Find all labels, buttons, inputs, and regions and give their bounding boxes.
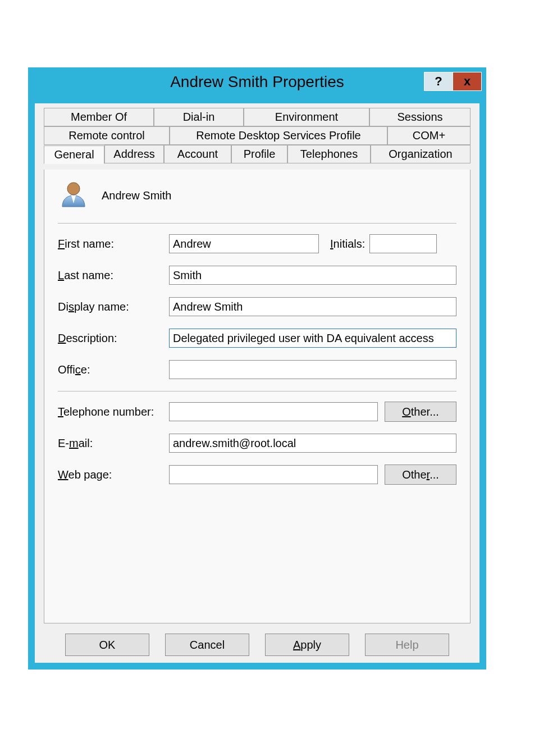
tab-telephones[interactable]: Telephones xyxy=(287,145,371,163)
contact-form: Telephone number: Other... E-mail: Web xyxy=(44,402,470,485)
svg-point-0 xyxy=(67,183,80,195)
tab-row-3: General Address Account Profile Telephon… xyxy=(44,145,471,163)
telephone-other-button[interactable]: Other... xyxy=(385,402,456,422)
label-telephone: Telephone number: xyxy=(58,406,169,418)
user-header: Andrew Smith xyxy=(44,170,470,223)
user-icon xyxy=(58,179,89,213)
tab-address[interactable]: Address xyxy=(104,145,164,163)
tab-panel-general: Andrew Smith First name: Initials: xyxy=(44,170,471,623)
tab-member-of[interactable]: Member Of xyxy=(44,108,154,126)
divider-1 xyxy=(58,223,456,224)
help-dialog-button[interactable]: Help xyxy=(365,634,449,656)
tab-organization[interactable]: Organization xyxy=(371,145,471,163)
row-telephone: Telephone number: Other... xyxy=(58,402,456,422)
ok-button[interactable]: OK xyxy=(65,634,149,656)
row-first-name: First name: Initials: xyxy=(58,234,456,254)
tab-row-2: Remote control Remote Desktop Services P… xyxy=(44,126,471,145)
row-webpage: Web page: Other... xyxy=(58,464,456,485)
label-display-name: Display name: xyxy=(58,300,169,313)
apply-button[interactable]: Apply xyxy=(265,634,349,656)
display-name-field[interactable] xyxy=(169,297,456,316)
office-field[interactable] xyxy=(169,360,456,379)
description-field[interactable] xyxy=(169,329,456,348)
divider-2 xyxy=(58,391,456,391)
user-display-name: Andrew Smith xyxy=(102,189,172,202)
tab-row-1: Member Of Dial-in Environment Sessions xyxy=(44,108,471,126)
row-last-name: Last name: xyxy=(58,265,456,285)
tab-environment[interactable]: Environment xyxy=(244,108,369,126)
label-email: E-mail: xyxy=(58,437,169,450)
webpage-field[interactable] xyxy=(169,465,378,484)
first-name-field[interactable] xyxy=(169,234,319,253)
row-display-name: Display name: xyxy=(58,297,456,317)
client-area: Member Of Dial-in Environment Sessions R… xyxy=(35,103,479,663)
close-button[interactable]: x xyxy=(453,72,482,91)
row-email: E-mail: xyxy=(58,433,456,453)
tab-remote-control[interactable]: Remote control xyxy=(44,126,170,145)
window-title: Andrew Smith Properties xyxy=(28,67,486,91)
tab-sessions[interactable]: Sessions xyxy=(369,108,471,126)
webpage-other-button[interactable]: Other... xyxy=(385,464,456,485)
titlebar-buttons: ? x xyxy=(424,72,482,91)
tab-account[interactable]: Account xyxy=(164,145,231,163)
help-button[interactable]: ? xyxy=(424,72,453,91)
dialog-footer: OK Cancel Apply Help xyxy=(35,634,479,656)
label-last-name: Last name: xyxy=(58,269,169,282)
general-form: First name: Initials: Last name: xyxy=(44,234,470,380)
row-description: Description: xyxy=(58,328,456,348)
label-description: Description: xyxy=(58,332,169,345)
label-initials: Initials: xyxy=(330,238,369,251)
tab-complus[interactable]: COM+ xyxy=(387,126,471,145)
email-field[interactable] xyxy=(169,434,456,453)
label-office: Office: xyxy=(58,363,169,376)
telephone-field[interactable] xyxy=(169,402,378,421)
tab-general[interactable]: General xyxy=(44,145,104,164)
tab-dial-in[interactable]: Dial-in xyxy=(154,108,244,126)
tab-profile[interactable]: Profile xyxy=(231,145,287,163)
initials-field[interactable] xyxy=(369,234,437,253)
titlebar: Andrew Smith Properties ? x xyxy=(28,67,486,95)
row-office: Office: xyxy=(58,359,456,380)
cancel-button[interactable]: Cancel xyxy=(165,634,249,656)
last-name-field[interactable] xyxy=(169,266,456,285)
tabs: Member Of Dial-in Environment Sessions R… xyxy=(44,108,471,163)
tab-rds-profile[interactable]: Remote Desktop Services Profile xyxy=(170,126,387,145)
label-webpage: Web page: xyxy=(58,468,169,481)
label-first-name: First name: xyxy=(58,238,169,251)
dialog-window: Andrew Smith Properties ? x Member Of Di… xyxy=(28,67,486,670)
